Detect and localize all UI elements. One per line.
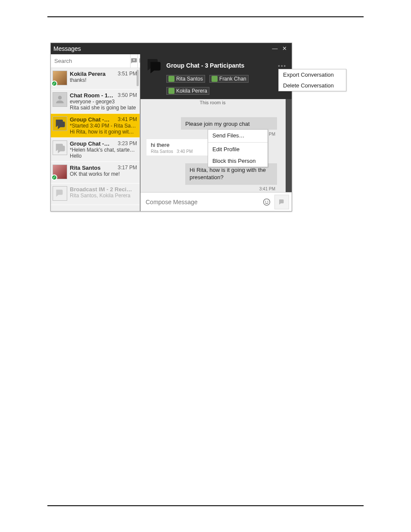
page-rule-bottom (47, 505, 364, 506)
conversation-item[interactable]: ✓ Rita Santos 3:17 PM OK that works for … (51, 162, 140, 184)
scroll-thumb[interactable] (137, 70, 139, 86)
conversation-item[interactable]: Chat Room - 1… 3:50 PM everyone - george… (51, 90, 140, 114)
conversation-item[interactable]: Group Chat -… 3:23 PM *Helen Mack's chat… (51, 138, 140, 162)
scrollbar[interactable] (286, 99, 292, 192)
titlebar: Messages — ✕ (51, 43, 292, 54)
message-time: 3:41 PM (259, 186, 275, 192)
conversation-time: 3:50 PM (118, 92, 137, 99)
conversation-preview: thanks! (70, 77, 137, 83)
conversations-pane: ✓ Kokila Perera 3:51 PM thanks! (51, 54, 140, 211)
menu-delete-conversation[interactable]: Delete Conversation (279, 80, 346, 91)
conversation-subtitle: *Helen Mack's chat, starte… (70, 147, 137, 153)
window-title: Messages (53, 45, 270, 52)
emoji-button[interactable] (261, 196, 273, 208)
compose-input[interactable] (143, 199, 261, 205)
conversation-name: Group Chat -… (70, 140, 109, 147)
system-message: This room is (140, 100, 285, 105)
conversation-subtitle: *Started 3:40 PM - Rita San… (70, 123, 137, 129)
new-message-button[interactable] (130, 54, 137, 68)
presence-icon (168, 76, 174, 82)
conversation-item-selected[interactable]: Group Chat -… 3:41 PM *Started 3:40 PM -… (51, 114, 140, 138)
conversation-name: Chat Room - 1… (70, 92, 113, 99)
menu-edit-profile[interactable]: Edit Profile (208, 143, 268, 155)
menu-send-files[interactable]: Send Files… (208, 130, 268, 141)
incoming-message: Please join my group chat 3:40 PM (181, 117, 277, 130)
svg-point-1 (265, 201, 266, 202)
participant-name: Kokila Perera (176, 88, 207, 94)
participant-chip[interactable]: Frank Chan (209, 75, 249, 83)
participant-chip[interactable]: Kokila Perera (166, 87, 209, 95)
conversation-preview: Rita said she is going be late (70, 105, 137, 111)
chat-title: Group Chat - 3 Participants (166, 62, 273, 69)
send-button[interactable] (274, 195, 289, 209)
menu-export-conversation[interactable]: Export Conversation (279, 69, 346, 80)
group-chat-icon (53, 116, 67, 131)
conversation-preview: Hello (70, 153, 137, 159)
participant-context-menu: Send Files… Edit Profile Block this Pers… (208, 129, 268, 167)
group-chat-large-icon (144, 56, 163, 75)
search-input[interactable] (51, 54, 130, 68)
presence-icon (168, 88, 174, 94)
close-button[interactable]: ✕ (280, 44, 289, 53)
messages-area[interactable]: This room is Please join my group chat 3… (140, 99, 292, 192)
chat-pane: Group Chat - 3 Participants ••• Rita San… (140, 54, 292, 211)
menu-block-person[interactable]: Block this Person (208, 155, 268, 167)
conversation-list[interactable]: ✓ Kokila Perera 3:51 PM thanks! (51, 68, 140, 211)
page-rule-top (47, 16, 364, 17)
conversation-preview: Hi Rita, how is it going wit… (70, 129, 137, 135)
conversation-options-menu: Export Conversation Delete Conversation (278, 69, 346, 91)
participants-row: Rita Santos Frank Chan Kokila Perera (144, 75, 288, 97)
conversation-time: 3:41 PM (118, 116, 137, 123)
avatar: ✓ (53, 71, 67, 85)
conversation-time: 3:51 PM (118, 71, 137, 77)
conversation-item[interactable]: Broadcast IM - 2 Reci… Rita Santos, Koki… (51, 184, 140, 205)
conversation-time: 3:23 PM (118, 140, 137, 147)
menu-separator (208, 142, 268, 143)
avatar: ✓ (53, 165, 67, 179)
conversation-item[interactable]: ✓ Kokila Perera 3:51 PM thanks! (51, 68, 140, 90)
participant-name: Rita Santos (176, 76, 203, 82)
broadcast-icon (53, 186, 67, 201)
message-text: Please join my group chat (185, 121, 250, 127)
message-sender: Rita Santos (151, 149, 173, 154)
conversation-preview: Rita Santos, Kokila Perera (70, 193, 137, 199)
conversation-time: 3:17 PM (118, 165, 137, 171)
messages-window: Messages — ✕ ✓ Kokila Perera 3:51 (50, 43, 292, 212)
presence-available-icon: ✓ (51, 174, 57, 180)
message-time: 3:40 PM (177, 149, 193, 154)
compose-row (140, 192, 292, 211)
participant-chip[interactable]: Rita Santos (166, 75, 205, 83)
conversation-preview: OK that works for me! (70, 171, 137, 177)
conversation-name: Group Chat -… (70, 116, 109, 123)
participant-name: Frank Chan (219, 76, 246, 82)
more-menu-button[interactable]: ••• (276, 62, 288, 69)
outgoing-message: hi there Rita Santos 3:40 PM (146, 139, 217, 156)
message-text: Hi Rita, how is it going with the presen… (190, 167, 266, 180)
svg-point-2 (268, 201, 268, 202)
conversation-subtitle: everyone - george3 (70, 99, 137, 105)
conversation-name: Rita Santos (70, 165, 101, 171)
conversation-name: Broadcast IM - 2 Reci… (70, 186, 132, 193)
minimize-button[interactable]: — (270, 44, 280, 53)
message-text: hi there (151, 142, 212, 148)
chat-header: Group Chat - 3 Participants ••• Rita San… (140, 54, 292, 99)
presence-icon (212, 76, 218, 82)
conversation-name: Kokila Perera (70, 71, 106, 77)
svg-point-0 (264, 199, 270, 205)
search-row (51, 54, 140, 68)
avatar-placeholder-icon (53, 92, 67, 107)
presence-available-icon: ✓ (51, 81, 57, 87)
group-chat-icon (53, 140, 67, 155)
